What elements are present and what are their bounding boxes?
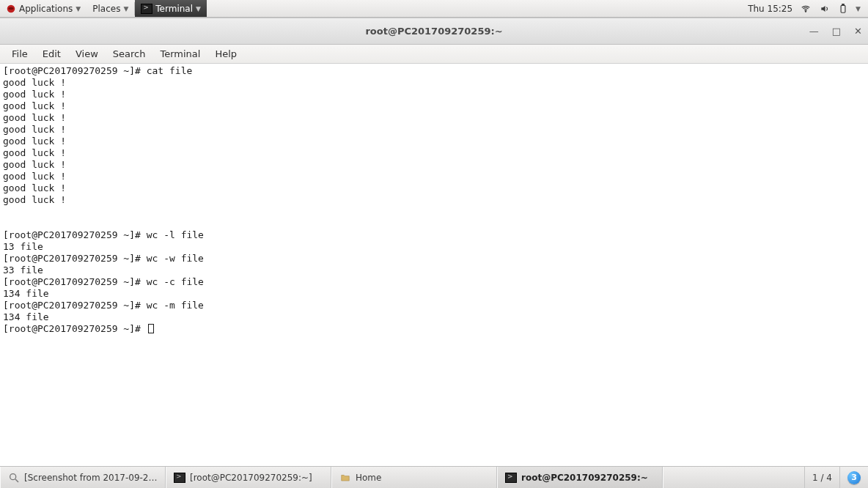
workspace-indicator[interactable]: 1 / 4 — [804, 467, 839, 488]
chevron-down-icon: ▼ — [123, 5, 128, 12]
task-terminal-1[interactable]: [root@PC201709270259:~] — [166, 467, 331, 488]
places-menu[interactable]: Places ▼ — [87, 0, 134, 17]
cursor — [148, 324, 154, 333]
svg-rect-3 — [841, 5, 845, 12]
wifi-icon[interactable] — [800, 4, 812, 14]
notification-badge: 3 — [847, 471, 861, 484]
svg-line-6 — [15, 479, 18, 482]
applications-label: Applications — [19, 4, 73, 14]
notification-badge-area[interactable]: 3 — [839, 467, 868, 488]
bottom-taskbar: [Screenshot from 2017-09-26 1... [root@P… — [0, 466, 868, 488]
terminal-icon — [141, 4, 152, 14]
maximize-button[interactable]: □ — [832, 26, 841, 37]
task-screenshot[interactable]: [Screenshot from 2017-09-26 1... — [0, 467, 166, 488]
places-label: Places — [92, 4, 120, 14]
window-title: root@PC201709270259:~ — [365, 26, 502, 37]
task-label: root@PC201709270259:~ — [521, 473, 648, 483]
spacer — [663, 467, 804, 488]
menu-edit-label: Edit — [43, 48, 61, 59]
menu-terminal-label: Terminal — [160, 48, 200, 59]
volume-icon[interactable] — [819, 4, 831, 14]
terminal-icon — [174, 473, 185, 483]
menu-view[interactable]: View — [68, 45, 106, 63]
task-label: [root@PC201709270259:~] — [190, 473, 312, 483]
task-label: Home — [356, 473, 381, 483]
battery-icon[interactable] — [838, 3, 848, 15]
minimize-button[interactable]: — — [809, 26, 819, 37]
menu-help-label: Help — [215, 48, 237, 59]
terminal-icon — [505, 473, 517, 483]
svg-point-2 — [805, 10, 806, 11]
applications-menu[interactable]: Applications ▼ — [0, 0, 87, 17]
menu-edit[interactable]: Edit — [35, 45, 68, 63]
task-terminal-active[interactable]: root@PC201709270259:~ — [497, 467, 663, 488]
menu-search[interactable]: Search — [106, 45, 153, 63]
chevron-down-icon[interactable]: ▼ — [856, 5, 861, 12]
menu-file[interactable]: File — [4, 45, 35, 63]
svg-rect-4 — [842, 4, 844, 5]
menu-file-label: File — [12, 48, 28, 59]
menu-help[interactable]: Help — [207, 45, 244, 63]
system-tray: Thu 15:25 ▼ — [748, 3, 868, 15]
chevron-down-icon: ▼ — [76, 5, 81, 12]
svg-point-1 — [9, 7, 14, 10]
menubar: File Edit View Search Terminal Help — [0, 45, 868, 64]
menu-search-label: Search — [113, 48, 146, 59]
magnifier-icon — [8, 473, 20, 483]
top-panel: Applications ▼ Places ▼ Terminal ▼ Thu 1… — [0, 0, 868, 18]
terminal-window: root@PC201709270259:~ — □ ✕ File Edit Vi… — [0, 18, 868, 466]
window-controls: — □ ✕ — [809, 18, 862, 44]
app-indicator-terminal[interactable]: Terminal ▼ — [135, 0, 207, 17]
clock[interactable]: Thu 15:25 — [748, 4, 792, 14]
task-label: [Screenshot from 2017-09-26 1... — [24, 473, 158, 483]
menu-terminal[interactable]: Terminal — [152, 45, 207, 63]
terminal-body[interactable]: [root@PC201709270259 ~]# cat file good l… — [0, 64, 868, 466]
folder-icon — [339, 473, 351, 483]
task-home[interactable]: Home — [331, 467, 497, 488]
chevron-down-icon: ▼ — [196, 5, 201, 12]
redhat-icon — [6, 4, 16, 14]
workspace-text: 1 / 4 — [812, 473, 832, 483]
app-indicator-label: Terminal — [155, 4, 193, 14]
menu-view-label: View — [76, 48, 98, 59]
titlebar[interactable]: root@PC201709270259:~ — □ ✕ — [0, 18, 868, 45]
svg-point-5 — [10, 473, 16, 479]
close-button[interactable]: ✕ — [854, 26, 862, 37]
